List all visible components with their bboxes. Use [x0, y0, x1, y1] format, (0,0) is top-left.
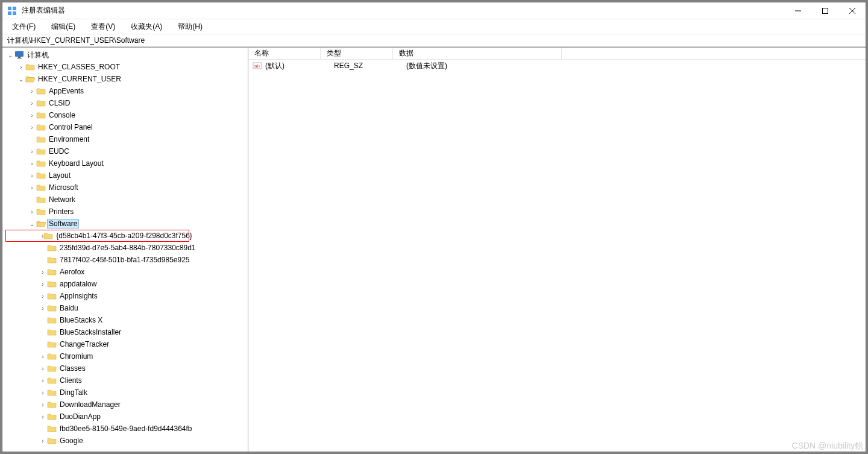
chevron-down-icon[interactable]: ⌄	[6, 52, 14, 58]
column-data[interactable]: 数据	[393, 48, 562, 59]
tree-item-chromium[interactable]: ›Chromium	[2, 350, 248, 362]
folder-open-icon	[36, 219, 46, 228]
list-row[interactable]: (默认) REG_SZ (数值未设置)	[248, 60, 866, 72]
close-button[interactable]	[838, 2, 866, 19]
tree-item-duodianapp[interactable]: ›DuoDianApp	[2, 411, 248, 423]
chevron-right-icon[interactable]: ›	[28, 88, 36, 95]
menu-help[interactable]: 帮助(H)	[174, 20, 206, 33]
tree-item-guid2[interactable]: ›235fd39d-d7e5-5ab4-884b-7807330c89d1	[2, 242, 248, 254]
value-name: (默认)	[263, 61, 332, 71]
tree-item-software[interactable]: ⌄ Software	[2, 218, 248, 230]
tree-item-eudc[interactable]: ›EUDC	[2, 145, 248, 157]
chevron-right-icon[interactable]: ›	[28, 172, 36, 179]
column-type-label: 类型	[327, 48, 341, 58]
column-name[interactable]: 名称	[248, 48, 321, 59]
tree-item-hkcu[interactable]: ⌄ HKEY_CURRENT_USER	[2, 73, 248, 85]
chevron-right-icon[interactable]: ›	[28, 100, 36, 107]
list-header: 名称 类型 数据	[248, 48, 866, 60]
tree-label: Network	[48, 195, 77, 204]
tree-item-layout[interactable]: ›Layout	[2, 169, 248, 181]
chevron-right-icon[interactable]: ›	[39, 269, 47, 276]
tree-label: appdatalow	[58, 280, 98, 288]
maximize-button[interactable]	[811, 2, 838, 19]
address-bar[interactable]: 计算机\HKEY_CURRENT_USER\Software	[2, 34, 866, 47]
tree-item-google[interactable]: ›Google	[2, 435, 248, 447]
chevron-right-icon[interactable]: ›	[39, 305, 47, 312]
tree-item-bluestacks-x[interactable]: ›BlueStacks X	[2, 314, 248, 326]
folder-icon	[36, 99, 46, 107]
chevron-right-icon[interactable]: ›	[17, 64, 25, 71]
tree-item-appdatalow[interactable]: ›appdatalow	[2, 278, 248, 290]
tree-item-clsid[interactable]: ›CLSID	[2, 97, 248, 109]
tree-item-classes[interactable]: ›Classes	[2, 362, 248, 374]
folder-icon	[47, 292, 57, 300]
tree-item-hkcr[interactable]: › HKEY_CLASSES_ROOT	[2, 61, 248, 73]
tree-item-keyboard-layout[interactable]: ›Keyboard Layout	[2, 157, 248, 169]
chevron-right-icon[interactable]: ›	[28, 184, 36, 191]
tree-label: fbd30ee5-8150-549e-9aed-fd9d444364fb	[58, 424, 193, 433]
chevron-right-icon[interactable]: ›	[28, 160, 36, 167]
string-value-icon	[252, 61, 263, 70]
chevron-right-icon[interactable]: ›	[28, 112, 36, 119]
tree-item-guid1-highlighted[interactable]: ›{d58cb4b1-47f3-45cb-a209-f298d0c3f756}	[5, 230, 189, 242]
chevron-right-icon[interactable]: ›	[39, 377, 47, 384]
tree-label: Layout	[48, 171, 72, 180]
chevron-right-icon[interactable]: ›	[39, 402, 47, 408]
chevron-right-icon[interactable]: ›	[28, 209, 36, 215]
tree-label: AppEvents	[48, 87, 85, 95]
tree-label: DingTalk	[58, 388, 89, 397]
tree-pane[interactable]: ab ⌄ 计算机 › HKEY_CLASSES_ROOT ⌄	[2, 48, 248, 452]
tree-item-control-panel[interactable]: ›Control Panel	[2, 121, 248, 133]
tree-item-console[interactable]: ›Console	[2, 109, 248, 121]
folder-icon	[36, 111, 46, 119]
menu-view[interactable]: 查看(V)	[87, 20, 119, 33]
menu-favorites[interactable]: 收藏夹(A)	[127, 20, 166, 33]
tree-label: BlueStacks X	[58, 316, 104, 324]
folder-icon	[36, 123, 46, 131]
chevron-right-icon[interactable]: ›	[39, 293, 47, 300]
tree-item-environment[interactable]: ›Environment	[2, 133, 248, 145]
tree-item-bluestacks-installer[interactable]: ›BlueStacksInstaller	[2, 326, 248, 338]
chevron-right-icon[interactable]: ›	[28, 124, 36, 131]
list-body[interactable]: (默认) REG_SZ (数值未设置)	[248, 60, 866, 452]
title-bar: 注册表编辑器	[2, 2, 866, 19]
tree-item-changetracker[interactable]: ›ChangeTracker	[2, 338, 248, 350]
tree-item-computer[interactable]: ⌄ 计算机	[2, 49, 248, 61]
folder-icon	[36, 147, 46, 156]
folder-icon	[47, 316, 57, 324]
tree-label: 235fd39d-d7e5-5ab4-884b-7807330c89d1	[58, 244, 197, 252]
folder-icon	[36, 183, 46, 192]
chevron-right-icon[interactable]: ›	[39, 281, 47, 288]
tree-item-network[interactable]: ›Network	[2, 194, 248, 206]
tree-item-microsoft[interactable]: ›Microsoft	[2, 181, 248, 194]
chevron-right-icon[interactable]: ›	[39, 389, 47, 396]
registry-tree: ab ⌄ 计算机 › HKEY_CLASSES_ROOT ⌄	[2, 49, 248, 447]
tree-item-downloadmanager[interactable]: ›DownloadManager	[2, 399, 248, 411]
chevron-right-icon[interactable]: ›	[28, 148, 36, 155]
tree-label: Chromium	[58, 352, 94, 361]
tree-item-appevents[interactable]: ›AppEvents	[2, 85, 248, 97]
column-type[interactable]: 类型	[321, 48, 393, 59]
menu-edit[interactable]: 编辑(E)	[48, 20, 79, 33]
tree-item-baidu[interactable]: ›Baidu	[2, 302, 248, 314]
folder-icon	[47, 244, 57, 252]
tree-item-fbd30[interactable]: ›fbd30ee5-8150-549e-9aed-fd9d444364fb	[2, 423, 248, 435]
folder-icon	[47, 388, 57, 397]
folder-icon	[36, 195, 46, 204]
minimize-button[interactable]	[784, 2, 811, 19]
tree-item-guid3[interactable]: ›7817f402-c45f-501b-bfa1-f735d985e925	[2, 254, 248, 266]
chevron-down-icon[interactable]: ⌄	[17, 76, 25, 83]
chevron-right-icon[interactable]: ›	[39, 414, 47, 420]
folder-icon	[36, 171, 46, 180]
tree-item-appinsights[interactable]: ›AppInsights	[2, 290, 248, 302]
chevron-right-icon[interactable]: ›	[39, 365, 47, 372]
chevron-right-icon[interactable]: ›	[39, 353, 47, 360]
menu-file[interactable]: 文件(F)	[8, 20, 39, 33]
tree-item-clients[interactable]: ›Clients	[2, 374, 248, 386]
tree-item-printers[interactable]: ›Printers	[2, 206, 248, 218]
tree-item-aerofox[interactable]: ›Aerofox	[2, 266, 248, 278]
folder-icon	[47, 256, 57, 264]
chevron-down-icon[interactable]: ⌄	[28, 221, 36, 227]
chevron-right-icon[interactable]: ›	[39, 438, 47, 444]
tree-item-dingtalk[interactable]: ›DingTalk	[2, 386, 248, 399]
